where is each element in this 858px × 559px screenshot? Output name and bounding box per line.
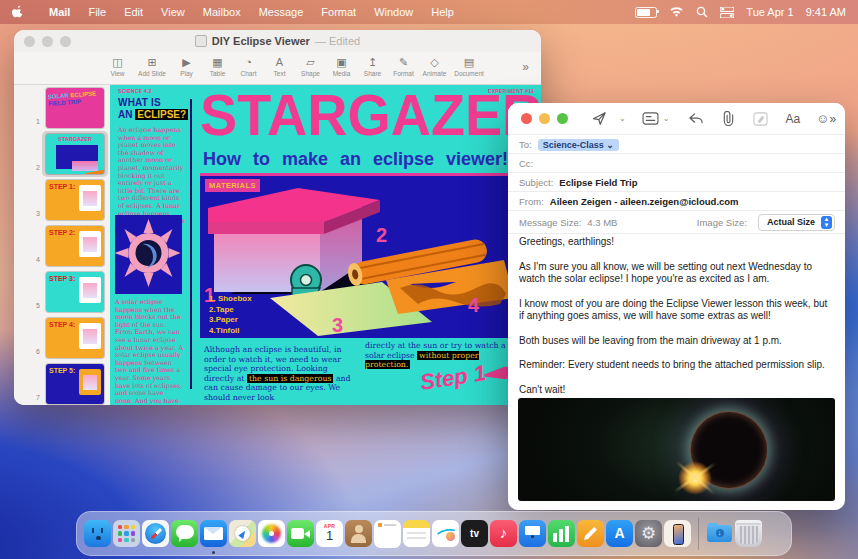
danger-highlight: the sun is dangerous bbox=[247, 374, 333, 383]
slide-thumbnail-7[interactable]: 7 STEP 5: bbox=[14, 361, 110, 405]
from-value: Aileen Zeigen - aileen.zeigen@icloud.com bbox=[550, 196, 739, 207]
reply-button[interactable] bbox=[688, 112, 704, 125]
keynote-toolbar: ◫View ⊞Add Slide ▶Play ▦Table ◔Chart ATe… bbox=[14, 52, 541, 85]
materials-item: 4.Tinfoil bbox=[209, 326, 252, 337]
menu-bar-time[interactable]: 9:41 AM bbox=[806, 6, 846, 18]
menu-mail[interactable]: Mail bbox=[49, 6, 70, 18]
body-paragraph: Both buses will be leaving from the main… bbox=[519, 335, 834, 348]
slide-canvas[interactable]: SCIENCE 4.2 EXPERIMENT #11 WHAT IS AN EC… bbox=[110, 85, 541, 405]
apple-menu-icon[interactable] bbox=[12, 6, 24, 18]
close-button[interactable] bbox=[521, 113, 532, 124]
dock-numbers-icon[interactable] bbox=[548, 520, 575, 547]
menu-window[interactable]: Window bbox=[374, 6, 413, 18]
control-center-icon[interactable] bbox=[720, 7, 734, 18]
media-button[interactable]: ▣Media bbox=[326, 56, 357, 77]
format-icon: ✎ bbox=[388, 56, 419, 68]
menu-view[interactable]: View bbox=[161, 6, 185, 18]
image-size-select[interactable]: Actual Size ▲▼ bbox=[758, 214, 835, 231]
document-button[interactable]: ▤Document bbox=[450, 56, 488, 77]
dock-messages-icon[interactable] bbox=[171, 520, 198, 547]
document-title: DIY Eclipse Viewer bbox=[212, 35, 310, 47]
attach-button[interactable] bbox=[722, 111, 735, 126]
eclipse-flare bbox=[678, 461, 712, 495]
minimize-button[interactable] bbox=[539, 113, 550, 124]
dock-calendar-icon[interactable]: APR1 bbox=[316, 520, 343, 547]
dock-appstore-icon[interactable]: A bbox=[606, 520, 633, 547]
chart-icon: ◔ bbox=[233, 56, 264, 68]
animate-button[interactable]: ◇Animate bbox=[419, 56, 450, 77]
view-icon: ◫ bbox=[102, 56, 133, 68]
slide-thumbnail-5[interactable]: 5 STEP 3: bbox=[14, 269, 110, 315]
dock-mail-icon[interactable] bbox=[200, 520, 227, 547]
play-button[interactable]: ▶Play bbox=[171, 56, 202, 77]
dock-notes-icon[interactable] bbox=[403, 520, 430, 547]
slide-thumbnail-1[interactable]: 1 SOLAR ECLIPSE FIELD TRIP bbox=[14, 85, 110, 131]
dock-iphone-mirroring-icon[interactable] bbox=[664, 520, 691, 547]
markup-button[interactable] bbox=[753, 112, 768, 126]
dock-finder-icon[interactable] bbox=[84, 520, 111, 547]
send-button[interactable] bbox=[592, 111, 607, 126]
battery-icon[interactable] bbox=[635, 7, 657, 18]
slide-thumbnail-3[interactable]: 3 STEP 1: bbox=[14, 177, 110, 223]
mail-toolbar-overflow-icon[interactable]: » bbox=[829, 112, 836, 126]
slide-thumbnail-4[interactable]: 4 STEP 2: bbox=[14, 223, 110, 269]
play-icon: ▶ bbox=[171, 56, 202, 68]
dock-reminders-icon[interactable] bbox=[374, 520, 401, 548]
format-fonts-button[interactable]: Aa bbox=[785, 112, 800, 126]
dock-launchpad-icon[interactable] bbox=[113, 520, 140, 547]
toolbar-overflow-chevron-icon[interactable]: » bbox=[522, 60, 529, 74]
menu-file[interactable]: File bbox=[88, 6, 106, 18]
materials-panel: MATERIALS bbox=[200, 173, 519, 338]
zoom-button[interactable] bbox=[557, 113, 568, 124]
share-button[interactable]: ↥Share bbox=[357, 56, 388, 77]
menu-mailbox[interactable]: Mailbox bbox=[203, 6, 241, 18]
body-paragraph: Can't wait! bbox=[519, 384, 834, 397]
dock-facetime-icon[interactable] bbox=[287, 520, 314, 547]
wifi-icon[interactable] bbox=[669, 7, 684, 18]
menu-help[interactable]: Help bbox=[431, 6, 454, 18]
document-proxy-icon[interactable] bbox=[195, 35, 207, 47]
menu-bar-date[interactable]: Tue Apr 1 bbox=[746, 6, 793, 18]
to-field[interactable]: To: Science-Class ⌄ bbox=[508, 134, 845, 154]
dock-safari-icon[interactable] bbox=[142, 520, 169, 547]
sun-illustration-box bbox=[115, 215, 182, 294]
dock-music-icon[interactable]: ♪ bbox=[490, 520, 517, 547]
materials-item: 1. Shoebox bbox=[209, 294, 252, 305]
spotlight-search-icon[interactable] bbox=[696, 6, 708, 18]
text-button[interactable]: AText bbox=[264, 56, 295, 77]
format-button[interactable]: ✎Format bbox=[388, 56, 419, 77]
caution-text-column-1: Although an eclipse is beautiful, in ord… bbox=[204, 345, 354, 403]
eclipse-photo-attachment[interactable] bbox=[518, 398, 835, 501]
dock-keynote-icon[interactable] bbox=[519, 520, 546, 547]
dock-trash-icon[interactable] bbox=[735, 520, 762, 547]
from-field[interactable]: From: Aileen Zeigen - aileen.zeigen@iclo… bbox=[508, 191, 845, 211]
shape-button[interactable]: ▱Shape bbox=[295, 56, 326, 77]
dock-pages-icon[interactable] bbox=[577, 520, 604, 547]
slide-thumbnail-2-selected[interactable]: 2 STARGAZER bbox=[14, 131, 110, 177]
send-options-chevron-icon[interactable]: ⌄ bbox=[619, 114, 626, 123]
slide-divider-line bbox=[190, 99, 192, 389]
emoji-button[interactable]: ☺ bbox=[816, 111, 829, 126]
add-slide-button[interactable]: ⊞Add Slide bbox=[133, 56, 171, 77]
chart-button[interactable]: ◔Chart bbox=[233, 56, 264, 77]
cc-field[interactable]: Cc: bbox=[508, 153, 845, 173]
view-button[interactable]: ◫View bbox=[102, 56, 133, 77]
slide-thumbnail-6[interactable]: 6 STEP 4: bbox=[14, 315, 110, 361]
dock-appletv-icon[interactable]: tv bbox=[461, 520, 488, 547]
table-button[interactable]: ▦Table bbox=[202, 56, 233, 77]
dock-downloads-icon[interactable]: ↓ bbox=[706, 520, 733, 547]
text-icon: A bbox=[264, 56, 295, 68]
menu-format[interactable]: Format bbox=[321, 6, 356, 18]
menu-edit[interactable]: Edit bbox=[124, 6, 143, 18]
header-fields-button[interactable] bbox=[642, 112, 659, 125]
message-size-row: Message Size: 4.3 MB Image Size: Actual … bbox=[508, 210, 845, 234]
dock-freeform-icon[interactable] bbox=[432, 520, 459, 547]
header-fields-chevron-icon[interactable]: ⌄ bbox=[663, 114, 670, 123]
dock-maps-icon[interactable] bbox=[229, 520, 256, 547]
subject-field[interactable]: Subject: Eclipse Field Trip bbox=[508, 172, 845, 192]
dock-photos-icon[interactable] bbox=[258, 520, 285, 547]
dock-contacts-icon[interactable] bbox=[345, 520, 372, 547]
recipient-token[interactable]: Science-Class ⌄ bbox=[538, 139, 619, 151]
dock-settings-icon[interactable]: ⚙ bbox=[635, 520, 662, 547]
menu-message[interactable]: Message bbox=[259, 6, 304, 18]
